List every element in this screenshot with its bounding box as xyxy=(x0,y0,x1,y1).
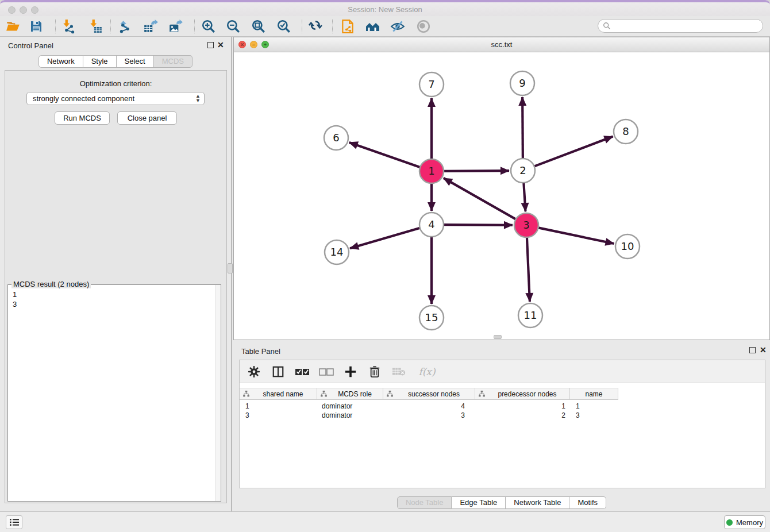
graph-edge-4-3[interactable] xyxy=(443,225,513,225)
network-window-titlebar[interactable]: ✕ − + scc.txt xyxy=(234,37,769,52)
tab-edge-table[interactable]: Edge Table xyxy=(452,496,506,509)
tab-network[interactable]: Network xyxy=(38,55,83,68)
deselect-all-checks-icon[interactable] xyxy=(319,364,334,379)
tab-node-table[interactable]: Node Table xyxy=(397,496,452,509)
graph-edge-2-9[interactable] xyxy=(522,97,523,159)
cell-name[interactable]: 3 xyxy=(570,411,618,420)
float-panel-icon[interactable] xyxy=(207,42,214,48)
network-view-window: ✕ − + scc.txt 7968124314101511 xyxy=(233,37,770,340)
export-image-icon[interactable] xyxy=(167,18,184,35)
graph-node-8[interactable]: 8 xyxy=(614,119,638,144)
graph-node-11[interactable]: 11 xyxy=(518,303,542,327)
result-item[interactable]: 3 xyxy=(13,299,215,309)
import-network-icon[interactable] xyxy=(60,18,77,35)
show-all-views-icon[interactable] xyxy=(364,18,382,35)
hierarchy-icon xyxy=(479,391,485,397)
graph-node-9[interactable]: 9 xyxy=(510,71,534,95)
float-table-panel-icon[interactable] xyxy=(749,347,756,353)
export-table-icon[interactable] xyxy=(142,18,159,35)
criterion-label: Optimization criterion: xyxy=(5,79,226,88)
table-header-row: shared name MCDS role successor nodes pr… xyxy=(240,388,618,400)
result-item[interactable]: 1 xyxy=(13,290,215,299)
cell-shared-name[interactable]: 1 xyxy=(240,402,317,411)
select-all-checks-icon[interactable] xyxy=(295,364,310,379)
save-session-icon[interactable] xyxy=(28,18,45,35)
graph-node-4[interactable]: 4 xyxy=(419,213,444,237)
zoom-in-icon[interactable] xyxy=(200,18,217,35)
graph-node-14[interactable]: 14 xyxy=(325,240,349,264)
table-row[interactable]: 1 dominator 4 1 1 xyxy=(240,402,618,411)
tab-select[interactable]: Select xyxy=(117,55,154,68)
svg-text:14: 14 xyxy=(330,246,344,258)
graph-edge-1-2[interactable] xyxy=(443,171,509,171)
close-table-panel-icon[interactable]: ✕ xyxy=(760,345,767,354)
tab-style[interactable]: Style xyxy=(83,55,117,68)
gear-icon[interactable] xyxy=(247,364,261,379)
column-header-successor-nodes[interactable]: successor nodes xyxy=(383,388,475,400)
delete-column-icon[interactable] xyxy=(367,364,382,379)
import-table-icon[interactable] xyxy=(87,18,104,35)
cell-predecessor-nodes[interactable]: 2 xyxy=(475,411,570,420)
zoom-selected-icon[interactable] xyxy=(275,18,292,35)
graph-node-2[interactable]: 2 xyxy=(511,159,535,183)
search-input[interactable] xyxy=(611,20,763,32)
window-title: Session: New Session xyxy=(0,5,770,14)
cell-mcds-role[interactable]: dominator xyxy=(317,402,383,411)
network-canvas[interactable]: 7968124314101511 xyxy=(234,52,769,340)
show-view-icon[interactable] xyxy=(415,18,432,35)
graph-node-15[interactable]: 15 xyxy=(419,306,444,330)
tab-mcds[interactable]: MCDS xyxy=(154,55,192,68)
graph-node-1[interactable]: 1 xyxy=(419,159,444,183)
graph-node-3[interactable]: 3 xyxy=(514,213,538,237)
cell-shared-name[interactable]: 3 xyxy=(240,411,317,420)
graph-node-7[interactable]: 7 xyxy=(419,72,444,97)
close-panel-icon[interactable]: ✕ xyxy=(217,40,224,49)
zoom-out-icon[interactable] xyxy=(225,18,242,35)
column-header-predecessor-nodes[interactable]: predecessor nodes xyxy=(475,388,570,400)
column-header-name[interactable]: name xyxy=(570,388,618,400)
graph-node-6[interactable]: 6 xyxy=(324,126,348,150)
svg-text:9: 9 xyxy=(519,77,525,89)
function-builder-icon[interactable]: f(x) xyxy=(415,364,438,379)
open-session-icon[interactable] xyxy=(5,18,22,35)
task-history-button[interactable] xyxy=(6,515,22,529)
run-mcds-button[interactable]: Run MCDS xyxy=(55,111,110,125)
graph-edge-3-1[interactable] xyxy=(444,178,517,219)
column-header-mcds-role[interactable]: MCDS role xyxy=(317,388,383,400)
add-column-icon[interactable] xyxy=(343,364,358,379)
cell-successor-nodes[interactable]: 4 xyxy=(383,402,475,411)
zoom-fit-icon[interactable] xyxy=(250,18,267,35)
column-header-shared-name[interactable]: shared name xyxy=(240,388,317,400)
cell-name[interactable]: 1 xyxy=(570,402,618,411)
export-network-icon[interactable] xyxy=(117,18,134,35)
table-row[interactable]: 3 dominator 3 2 3 xyxy=(240,411,618,420)
graph-edge-2-8[interactable] xyxy=(534,137,613,167)
split-column-icon[interactable] xyxy=(271,364,286,379)
table-panel: Table Panel ✕ xyxy=(233,342,770,511)
graph-node-10[interactable]: 10 xyxy=(615,234,640,259)
cell-predecessor-nodes[interactable]: 1 xyxy=(475,402,570,411)
tab-network-table[interactable]: Network Table xyxy=(506,496,569,509)
graph-edge-2-3[interactable] xyxy=(523,182,525,211)
refresh-layout-icon[interactable] xyxy=(307,18,325,35)
canvas-resize-handle[interactable] xyxy=(494,335,502,339)
new-network-view-icon[interactable] xyxy=(339,18,356,35)
cell-successor-nodes[interactable]: 3 xyxy=(383,411,475,420)
tab-motifs[interactable]: Motifs xyxy=(569,496,606,509)
cell-mcds-role[interactable]: dominator xyxy=(317,411,383,420)
delete-table-icon[interactable] xyxy=(391,364,406,379)
hierarchy-icon xyxy=(387,391,393,397)
memory-button[interactable]: Memory xyxy=(724,515,765,529)
close-panel-button[interactable]: Close panel xyxy=(117,111,177,125)
svg-text:11: 11 xyxy=(524,309,537,321)
result-scrollbar[interactable] xyxy=(215,285,221,501)
graph-edge-1-6[interactable] xyxy=(349,142,421,167)
svg-text:7: 7 xyxy=(428,78,434,90)
graph-edge-3-10[interactable] xyxy=(538,228,614,244)
criterion-select[interactable]: strongly connected component ▲▼ xyxy=(26,92,205,105)
hide-view-icon[interactable] xyxy=(389,18,406,35)
mcds-result-list[interactable]: 1 3 xyxy=(8,286,215,501)
graph-edge-4-14[interactable] xyxy=(350,228,421,249)
splitter-handle[interactable] xyxy=(228,263,233,273)
graph-edge-3-11[interactable] xyxy=(527,237,530,302)
